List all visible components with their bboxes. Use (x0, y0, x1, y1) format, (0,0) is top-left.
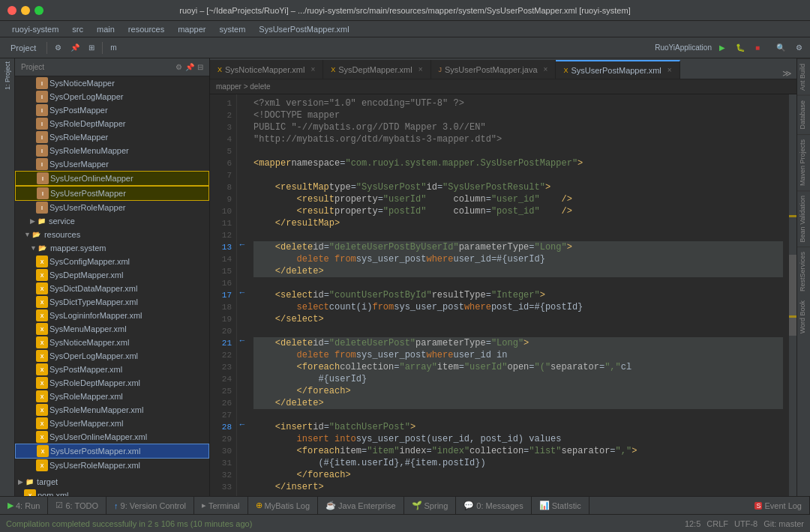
toolbar-pin[interactable]: 📌 (68, 42, 82, 53)
bottom-tab-todo[interactable]: ☑ 6: TODO (48, 497, 106, 515)
tab-SysNoticeMapper[interactable]: X SysNoticeMapper.xml × (210, 60, 323, 79)
bottom-tab-mybatis[interactable]: ⊕ MyBatis Log (248, 497, 319, 515)
menubar-item-ruoyi[interactable]: ruoyi-system (6, 23, 64, 35)
code-line-31: (#{item.userId},#{item.postId}) (254, 457, 783, 469)
toolbar-expand[interactable]: ⊞ (86, 42, 98, 53)
tab-close-icon[interactable]: × (418, 65, 423, 73)
tree-item-SysMenuMapper-xml[interactable]: X SysMenuMapper.xml (15, 322, 209, 336)
xml-tab-icon: X (218, 66, 222, 73)
menubar-item-mapper[interactable]: mapper (172, 23, 212, 35)
tree-item-SysOperLogMapper-xml[interactable]: X SysOperLogMapper.xml (15, 349, 209, 363)
tree-item-SysRoleMenuMapper[interactable]: I SysRoleMenuMapper (15, 144, 209, 157)
tree-item-SysRoleMapper-xml[interactable]: X SysRoleMapper.xml (15, 390, 209, 403)
editor-scrollbar[interactable] (789, 94, 796, 496)
close-button[interactable] (8, 6, 16, 15)
tab-close-icon[interactable]: × (668, 66, 672, 74)
tree-item-SysDictDataMapper-xml[interactable]: X SysDictDataMapper.xml (15, 282, 209, 295)
panel-project[interactable]: 1: Project (4, 58, 11, 93)
panel-ant-build[interactable]: Ant Build (797, 58, 810, 95)
code-text-area[interactable]: <?xml version="1.0" encoding="UTF-8" ?> … (248, 94, 789, 496)
bottom-tab-event-log[interactable]: S Event Log (747, 497, 810, 515)
status-git[interactable]: Git: master (764, 519, 804, 528)
tree-item-SysConfigMapper-xml[interactable]: X SysConfigMapper.xml (15, 255, 209, 268)
bottom-tab-run[interactable]: ▶ 4: Run (0, 497, 48, 515)
sidebar-layout-icon[interactable]: ⊟ (197, 63, 203, 71)
bottom-tab-messages[interactable]: 💬 0: Messages (456, 497, 531, 515)
maximize-button[interactable] (34, 6, 44, 15)
tree-item-SysNoticeMapper[interactable]: I SysNoticeMapper (15, 76, 209, 90)
menubar-item-resources[interactable]: resources (122, 23, 170, 35)
tree-item-mapper-system[interactable]: ▼ 📂 mapper.system (15, 241, 209, 255)
tabs-overflow-icon[interactable]: ≫ (778, 68, 796, 79)
tree-item-SysUserOnlineMapper-xml[interactable]: X SysUserOnlineMapper.xml (15, 430, 209, 444)
tree-item-SysUserMapper-xml[interactable]: X SysUserMapper.xml (15, 417, 209, 430)
menubar-item-system[interactable]: system (213, 23, 251, 35)
toolbar-m[interactable]: m (107, 42, 119, 53)
line-num: 21 (210, 337, 236, 349)
tab-SysUserPostMapper-xml[interactable]: X SysUserPostMapper.xml × (556, 60, 680, 79)
tree-label: SysRoleMenuMapper.xml (48, 405, 143, 414)
tree-item-SysUserMapper[interactable]: I SysUserMapper (15, 157, 209, 171)
menubar-item-src[interactable]: src (66, 23, 89, 35)
run-button[interactable]: ▶ (716, 42, 728, 53)
toolbar-project[interactable]: Project (4, 42, 42, 54)
panel-bean-validation[interactable]: Bean Validation (797, 190, 810, 247)
toolbar-gear[interactable]: ⚙ (793, 42, 806, 53)
window-controls[interactable] (8, 6, 44, 15)
tree-item-SysPostMapper-xml[interactable]: X SysPostMapper.xml (15, 363, 209, 376)
sidebar-settings-icon[interactable]: ⚙ (176, 63, 182, 71)
toolbar-settings[interactable]: ⚙ (52, 42, 64, 53)
menubar-item-main[interactable]: main (91, 23, 121, 35)
tree-item-SysUserOnlineMapper[interactable]: I SysUserOnlineMapper (15, 171, 209, 186)
tree-item-SysDeptMapper-xml[interactable]: X SysDeptMapper.xml (15, 268, 209, 282)
bottom-tab-statistic[interactable]: 📊 StatIstic (532, 497, 590, 515)
panel-database[interactable]: Database (797, 95, 810, 134)
xml-icon: X (36, 363, 48, 375)
tree-label: target (35, 477, 58, 486)
tab-close-icon[interactable]: × (544, 65, 548, 73)
bottom-tab-java-enterprise[interactable]: ☕ Java Enterprise (318, 497, 404, 515)
tree-item-pom-xml[interactable]: X pom.xml (15, 489, 209, 496)
tree-item-SysRoleMapper[interactable]: I SysRoleMapper (15, 130, 209, 144)
tree-item-SysRoleMenuMapper-xml[interactable]: X SysRoleMenuMapper.xml (15, 403, 209, 417)
debug-button[interactable]: 🐛 (733, 42, 748, 53)
tree-item-SysLogininforMapper-xml[interactable]: X SysLogininforMapper.xml (15, 309, 209, 322)
panel-rest-services[interactable]: RestServices (797, 247, 810, 296)
tab-close-icon[interactable]: × (310, 65, 315, 73)
code-editor[interactable]: 1 2 3 4 5 6 7 8 9 10 11 12 13 14 15 16 1… (210, 94, 796, 496)
status-line-sep[interactable]: CRLF (706, 519, 728, 528)
panel-word-book[interactable]: Word Book (797, 296, 810, 338)
bottom-tab-terminal[interactable]: ▸ Terminal (194, 497, 248, 515)
stop-button[interactable]: ■ (752, 42, 763, 53)
tree-item-SysPostMapper[interactable]: I SysPostMapper (15, 103, 209, 117)
toolbar-search[interactable]: 🔍 (773, 42, 788, 53)
tree-item-SysRoleDeptMapper-xml[interactable]: X SysRoleDeptMapper.xml (15, 376, 209, 390)
tree-item-SysDictTypeMapper-xml[interactable]: X SysDictTypeMapper.xml (15, 295, 209, 309)
status-encoding[interactable]: UTF-8 (734, 519, 758, 528)
line-num: 27 (210, 409, 236, 421)
tree-item-SysUserRoleMapper[interactable]: I SysUserRoleMapper (15, 201, 209, 214)
tree-item-SysNoticeMapper-xml[interactable]: X SysNoticeMapper.xml (15, 336, 209, 349)
tree-item-target[interactable]: ▶ 📁 target (15, 475, 209, 489)
status-position[interactable]: 12:5 (685, 519, 700, 528)
tree-item-SysUserPostMapper-xml[interactable]: X SysUserPostMapper.xml (15, 444, 209, 459)
bottom-tab-vcs[interactable]: ↑ 9: Version Control (106, 497, 194, 515)
tab-SysDeptMapper[interactable]: X SysDeptMapper.xml × (323, 60, 430, 79)
tree-item-SysOperLogMapper[interactable]: I SysOperLogMapper (15, 90, 209, 103)
tree-item-SysUserPostMapper-java[interactable]: I SysUserPostMapper (15, 186, 209, 201)
tab-SysUserPostMapper-java[interactable]: J SysUserPostMapper.java × (431, 60, 556, 79)
code-line-24: #{userId} (254, 373, 783, 385)
tab-label: SysUserPostMapper.java (445, 65, 538, 74)
tree-item-resources[interactable]: ▼ 📂 resources (15, 228, 209, 241)
sidebar-pin-icon[interactable]: 📌 (185, 63, 194, 71)
menubar-item-file[interactable]: SysUserPostMapper.xml (253, 23, 355, 35)
tree-item-service[interactable]: ▶ 📁 service (15, 214, 209, 228)
tree-item-SysUserRoleMapper-xml[interactable]: X SysUserRoleMapper.xml (15, 459, 209, 472)
bottom-tab-spring[interactable]: 🌱 Spring (404, 497, 457, 515)
minimize-button[interactable] (21, 6, 30, 15)
gutter-blank (237, 142, 248, 154)
tree-item-SysRoleDeptMapper[interactable]: I SysRoleDeptMapper (15, 117, 209, 130)
code-line-29: insert into sys_user_post(user_id, post_… (254, 433, 783, 445)
scrollbar-thumb[interactable] (789, 255, 796, 335)
panel-maven[interactable]: Maven Projects (797, 134, 810, 190)
